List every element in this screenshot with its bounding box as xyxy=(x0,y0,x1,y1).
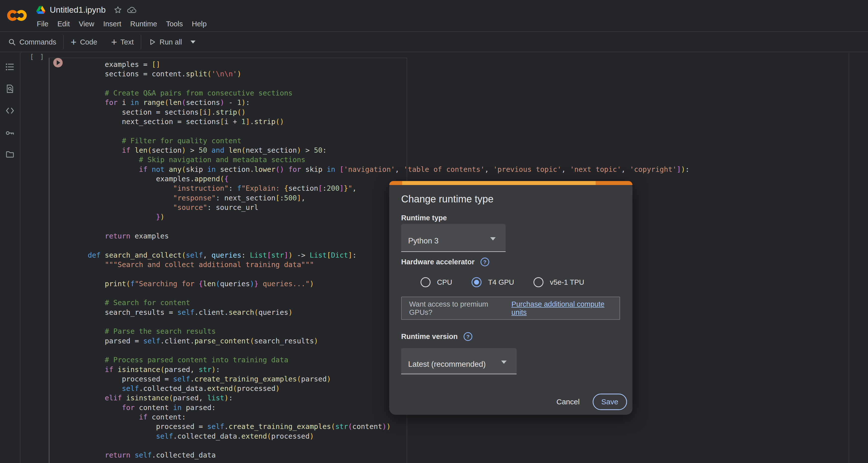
content-right-edge xyxy=(848,53,849,463)
app-header: Untitled1.ipynb File Edit View Insert Ru… xyxy=(0,0,868,32)
runtime-type-select[interactable]: Python 3 xyxy=(401,224,506,252)
menu-file[interactable]: File xyxy=(37,20,49,28)
chevron-down-icon xyxy=(501,361,507,364)
star-icon[interactable] xyxy=(114,6,122,14)
runtime-version-label: Runtime version xyxy=(401,333,458,341)
run-all-button[interactable]: Run all xyxy=(148,38,195,46)
drive-icon xyxy=(36,6,45,14)
table-of-contents-icon[interactable] xyxy=(5,62,15,72)
purchase-compute-units-link[interactable]: Purchase additional compute units xyxy=(512,300,620,316)
menu-tools[interactable]: Tools xyxy=(166,20,183,28)
radio-button-icon xyxy=(421,277,431,287)
help-icon[interactable]: ? xyxy=(480,257,489,266)
files-folder-icon[interactable] xyxy=(5,150,15,159)
save-button[interactable]: Save xyxy=(593,394,627,410)
radio-button-icon xyxy=(533,277,544,287)
menu-help[interactable]: Help xyxy=(192,20,207,28)
chevron-down-icon xyxy=(490,237,496,241)
help-icon[interactable]: ? xyxy=(464,332,472,341)
toolbar-divider xyxy=(141,35,141,49)
radio-cpu[interactable]: CPU xyxy=(421,277,452,287)
runtime-type-label: Runtime type xyxy=(401,214,447,222)
cancel-button[interactable]: Cancel xyxy=(556,398,580,406)
accelerator-radio-group: CPU T4 GPU v5e-1 TPU xyxy=(421,277,584,287)
radio-t4-gpu[interactable]: T4 GPU xyxy=(471,277,514,287)
premium-gpu-notice: Want access to premium GPUs? Purchase ad… xyxy=(401,297,620,320)
hardware-accelerator-label: Hardware accelerator xyxy=(401,258,474,266)
menu-edit[interactable]: Edit xyxy=(58,20,70,28)
radio-v5e-1-tpu[interactable]: v5e-1 TPU xyxy=(533,277,584,287)
notebook-title[interactable]: Untitled1.ipynb xyxy=(50,5,106,15)
dialog-accent-bar xyxy=(389,181,632,185)
add-code-button[interactable]: + Code xyxy=(71,38,97,46)
toolbar-divider xyxy=(63,35,64,49)
chevron-down-icon[interactable] xyxy=(190,40,195,43)
search-icon xyxy=(8,38,16,46)
add-text-button[interactable]: + Text xyxy=(111,38,134,46)
notebook-toolbar: Commands + Code + Text Run all xyxy=(0,32,868,52)
change-runtime-dialog: Change runtime type Runtime type Python … xyxy=(389,181,632,415)
runtime-version-select[interactable]: Latest (recommended) xyxy=(401,348,517,374)
plus-icon: + xyxy=(111,38,117,46)
plus-icon: + xyxy=(71,38,76,46)
find-in-page-icon[interactable] xyxy=(5,84,15,93)
colab-logo-icon[interactable] xyxy=(6,5,27,26)
menu-view[interactable]: View xyxy=(79,20,94,28)
dialog-title: Change runtime type xyxy=(401,193,493,205)
secrets-key-icon[interactable] xyxy=(5,128,15,137)
code-snippets-icon[interactable] xyxy=(5,106,15,115)
radio-button-icon xyxy=(471,277,482,287)
menu-runtime[interactable]: Runtime xyxy=(130,20,157,28)
cell-execution-indicator: [ ] xyxy=(30,53,45,60)
run-cell-button[interactable] xyxy=(53,58,63,67)
play-outline-icon xyxy=(148,38,156,46)
menu-bar: File Edit View Insert Runtime Tools Help xyxy=(37,20,207,28)
cloud-saved-icon[interactable] xyxy=(127,6,136,14)
menu-insert[interactable]: Insert xyxy=(103,20,121,28)
left-sidebar xyxy=(0,53,21,463)
commands-button[interactable]: Commands xyxy=(8,38,56,46)
